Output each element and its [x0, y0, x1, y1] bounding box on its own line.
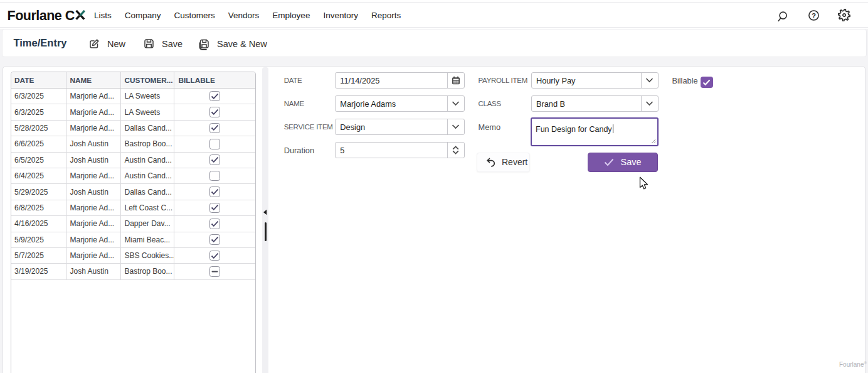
svg-text:?: ? [812, 12, 816, 19]
